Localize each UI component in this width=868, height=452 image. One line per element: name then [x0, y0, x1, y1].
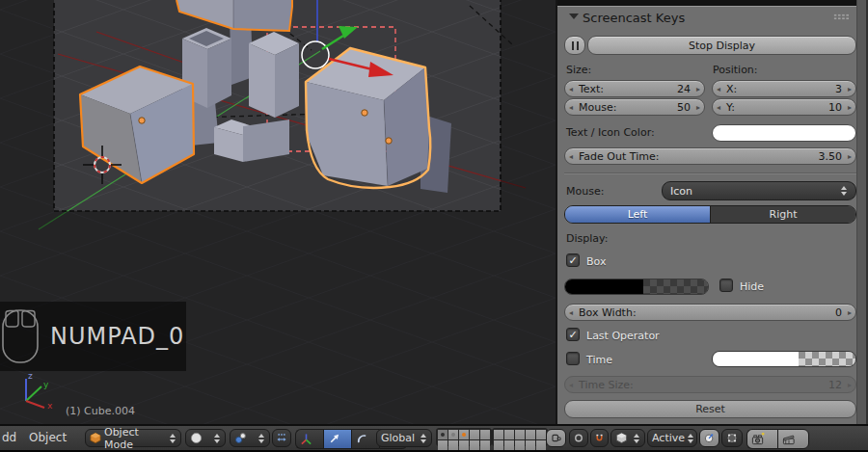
menu-add[interactable]: dd [2, 429, 16, 447]
mouse-size-slider[interactable]: Mouse:50 [564, 98, 705, 116]
rotate-manipulator-button[interactable] [351, 429, 379, 449]
box-color-alpha [643, 279, 708, 294]
pause-toggle-button[interactable] [564, 36, 585, 55]
manipulate-centers-toggle[interactable] [272, 429, 291, 447]
manipulator-toggle-button[interactable] [295, 429, 323, 449]
box-color-field[interactable] [564, 279, 709, 295]
layer-square[interactable] [438, 430, 448, 439]
panel-drag-handle[interactable] [833, 13, 850, 20]
blender-window: z y x NUMPAD_0 (1) Cube.004 Screencast K… [0, 0, 868, 452]
opengl-render-animation-button[interactable] [777, 429, 809, 449]
text-icon-color-label: Text / Icon Color: [566, 126, 655, 139]
clapperboard-icon [782, 433, 796, 446]
box-checkbox[interactable] [566, 253, 580, 267]
left-button-option[interactable]: Left [565, 206, 710, 223]
mode-dropdown[interactable]: Object Mode [85, 429, 181, 447]
layer-square[interactable] [459, 440, 469, 450]
axis-x-label: x [47, 401, 53, 411]
active-object-info: (1) Cube.004 [66, 405, 135, 417]
time-checkbox-label: Time [586, 354, 612, 366]
text-icon-color-swatch[interactable] [712, 124, 856, 142]
text-size-slider[interactable]: Text:24 [564, 80, 705, 97]
layer-square[interactable] [526, 440, 535, 450]
dropdown-arrows-icon [419, 434, 427, 443]
layer-square[interactable] [480, 440, 490, 450]
snap-target-dropdown[interactable]: Active [647, 429, 697, 447]
panel-top-line [557, 6, 868, 7]
rotate-icon [356, 433, 368, 445]
proportional-circle-icon [574, 432, 583, 444]
dropdown-arrows-icon [169, 434, 176, 443]
time-color-solid [713, 352, 799, 366]
display-label: Display: [566, 232, 608, 245]
screencast-keys-overlay: NUMPAD_0 [0, 302, 186, 371]
transform-orientation-dropdown[interactable]: Global [376, 429, 432, 447]
layer-square[interactable] [536, 430, 546, 439]
snap-element-dropdown[interactable] [610, 429, 645, 447]
panel-collapse-icon[interactable] [569, 13, 579, 19]
dropdown-arrows-icon [632, 434, 640, 443]
fade-out-time-slider[interactable]: Fade Out Time:3.50 [564, 147, 856, 165]
stop-display-button[interactable]: Stop Display [587, 36, 856, 55]
3d-viewport[interactable]: z y x NUMPAD_0 (1) Cube.004 [0, 0, 556, 424]
separator [564, 173, 856, 174]
layer-square[interactable] [459, 430, 469, 439]
translate-icon [328, 433, 340, 445]
object-mode-cube-icon [90, 432, 101, 444]
viewport-header: dd Object Object Mode [0, 424, 868, 452]
proportional-editing-dropdown[interactable] [569, 429, 588, 447]
layer-square[interactable] [504, 440, 514, 450]
layer-square[interactable] [438, 440, 448, 450]
layer-square[interactable] [494, 430, 503, 439]
screencast-key-text: NUMPAD_0 [50, 323, 184, 350]
axis-y-label: y [43, 380, 49, 389]
screencast-keys-panel: Screencast Keys Stop Display Size: Posit… [556, 0, 868, 424]
layer-square[interactable] [526, 430, 535, 439]
box-color-solid [565, 279, 643, 294]
layer-square[interactable] [536, 440, 546, 450]
dropdown-arrows-icon [688, 434, 693, 443]
lock-icon [551, 432, 561, 444]
time-checkbox[interactable] [566, 352, 580, 365]
layers-block-2[interactable] [492, 428, 548, 446]
mouse-display-label: Mouse: [566, 185, 604, 198]
reset-button[interactable]: Reset [564, 400, 856, 418]
mouse-button-toggle: Left Right [564, 205, 856, 224]
right-button-option[interactable]: Right [710, 206, 855, 223]
layer-square[interactable] [470, 440, 479, 450]
box-width-slider[interactable]: Box Width:0 [564, 304, 856, 321]
pivot-icon [234, 432, 247, 444]
snap-toggle-button[interactable] [590, 429, 609, 447]
last-operator-checkbox[interactable] [566, 328, 580, 341]
layer-square[interactable] [504, 430, 514, 439]
position-y-slider[interactable]: Y:10 [712, 98, 856, 116]
lock-to-scene-button[interactable] [546, 429, 566, 447]
layer-square[interactable] [448, 430, 458, 439]
center-points-icon [277, 432, 286, 444]
layers-block-1[interactable] [436, 428, 492, 446]
snap-align-rotation-toggle[interactable] [699, 429, 719, 447]
translate-manipulator-button[interactable] [323, 429, 351, 449]
layer-dot [462, 433, 466, 437]
dropdown-arrows-icon [212, 434, 221, 443]
snap-peel-object-toggle[interactable] [721, 429, 743, 447]
hide-checkbox[interactable] [719, 279, 733, 292]
opengl-render-image-button[interactable] [746, 429, 777, 449]
layer-square[interactable] [515, 430, 525, 439]
position-x-slider[interactable]: X:3 [712, 80, 856, 97]
layer-square[interactable] [448, 440, 458, 450]
mouse-display-dropdown[interactable]: Icon [662, 181, 856, 200]
menu-object[interactable]: Object [29, 429, 67, 447]
axis-z-label: z [28, 371, 33, 381]
layer-square[interactable] [494, 440, 503, 450]
layer-square[interactable] [480, 430, 490, 439]
time-color-alpha [799, 352, 855, 366]
viewport-shading-dropdown[interactable] [185, 429, 226, 447]
layer-square[interactable] [470, 430, 479, 439]
dropdown-arrows-icon [839, 186, 848, 196]
time-color-field[interactable] [712, 351, 856, 367]
panel-scrollbar[interactable] [856, 0, 866, 424]
pivot-point-dropdown[interactable] [230, 429, 270, 447]
layer-dot [441, 433, 445, 437]
layer-square[interactable] [515, 440, 525, 450]
